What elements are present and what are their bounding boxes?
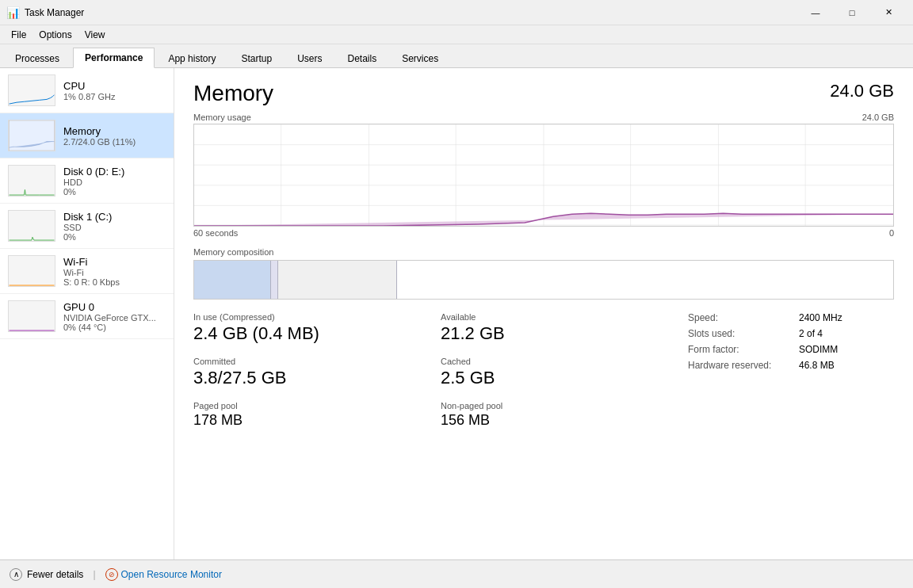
menubar: File Options View <box>0 25 913 44</box>
chevron-up-icon: ∧ <box>10 568 22 581</box>
svg-rect-4 <box>10 211 55 241</box>
form-factor-label: Form factor: <box>688 344 799 355</box>
tab-startup[interactable]: Startup <box>229 48 284 68</box>
comp-in-use <box>194 261 271 299</box>
footer-divider: | <box>93 569 95 580</box>
gpu0-thumbnail <box>8 300 55 332</box>
cpu-mini-chart <box>9 75 55 105</box>
sidebar-item-disk0[interactable]: Disk 0 (D: E:) HDD 0% <box>0 158 174 204</box>
tab-services[interactable]: Services <box>390 48 450 68</box>
stat-row-hw-reserved: Hardware reserved: 46.8 MB <box>688 360 894 371</box>
open-resource-monitor-button[interactable]: ⊘ Open Resource Monitor <box>105 568 222 581</box>
disk0-stat: 0% <box>63 187 124 197</box>
memory-stat: 2.7/24.0 GB (11%) <box>63 137 136 147</box>
chart-time-label: 60 seconds <box>193 228 238 238</box>
memory-name: Memory <box>63 125 136 137</box>
wifi-type: Wi-Fi <box>63 268 120 277</box>
main-area: CPU 1% 0.87 GHz Memory 2.7/24.0 GB (11%) <box>0 68 913 559</box>
menu-file[interactable]: File <box>5 28 32 42</box>
disk0-info: Disk 0 (D: E:) HDD 0% <box>63 166 124 197</box>
footer: ∧ Fewer details | ⊘ Open Resource Monito… <box>0 559 913 588</box>
chart-label-row: Memory usage 24.0 GB <box>193 113 894 122</box>
disk1-info: Disk 1 (C:) SSD 0% <box>63 211 112 242</box>
disk0-thumbnail <box>8 165 55 197</box>
titlebar-controls: — □ ✕ <box>797 0 907 25</box>
menu-options[interactable]: Options <box>32 28 78 42</box>
wifi-mini-chart <box>9 256 55 286</box>
maximize-button[interactable]: □ <box>834 0 870 25</box>
stat-nonpaged-pool-value: 156 MB <box>441 412 672 429</box>
memory-total: 24.0 GB <box>830 81 894 101</box>
stat-committed-label: Committed <box>193 357 425 366</box>
svg-rect-5 <box>10 256 55 286</box>
memory-chart-svg <box>194 124 893 226</box>
menu-view[interactable]: View <box>78 28 112 42</box>
content-header: Memory 24.0 GB <box>193 81 894 106</box>
wifi-stat: S: 0 R: 0 Kbps <box>63 277 120 287</box>
stat-committed-value: 3.8/27.5 GB <box>193 368 425 388</box>
stat-available-value: 21.2 GB <box>441 323 672 344</box>
fewer-details-label: Fewer details <box>27 569 83 580</box>
stat-committed: Committed 3.8/27.5 GB <box>193 357 425 388</box>
memory-usage-section: Memory usage 24.0 GB <box>193 113 894 238</box>
memory-thumbnail <box>8 120 55 151</box>
composition-label: Memory composition <box>193 247 894 257</box>
composition-section: Memory composition <box>193 247 894 300</box>
stats-right: Speed: 2400 MHz Slots used: 2 of 4 Form … <box>672 312 894 429</box>
gpu0-model: NVIDIA GeForce GTX... <box>63 313 156 323</box>
form-factor-value: SODIMM <box>799 344 838 355</box>
resource-monitor-icon: ⊘ <box>105 568 118 581</box>
stat-row-form-factor: Form factor: SODIMM <box>688 344 894 355</box>
titlebar: 📊 Task Manager — □ ✕ <box>0 0 913 25</box>
content-panel: Memory 24.0 GB Memory usage 24.0 GB <box>174 68 913 559</box>
svg-rect-6 <box>10 301 55 331</box>
disk0-name: Disk 0 (D: E:) <box>63 166 124 178</box>
wifi-name: Wi-Fi <box>63 256 120 268</box>
disk1-mini-chart <box>9 211 55 241</box>
close-button[interactable]: ✕ <box>870 0 907 25</box>
svg-rect-3 <box>10 166 55 196</box>
hw-reserved-value: 46.8 MB <box>799 360 835 371</box>
tab-details[interactable]: Details <box>335 48 388 68</box>
sidebar-item-gpu0[interactable]: GPU 0 NVIDIA GeForce GTX... 0% (44 °C) <box>0 294 174 339</box>
sidebar-item-disk1[interactable]: Disk 1 (C:) SSD 0% <box>0 204 174 249</box>
stat-row-slots: Slots used: 2 of 4 <box>688 328 894 339</box>
tab-app-history[interactable]: App history <box>156 48 227 68</box>
fewer-details-button[interactable]: ∧ Fewer details <box>10 568 83 581</box>
stats-left: In use (Compressed) 2.4 GB (0.4 MB) Avai… <box>193 312 672 429</box>
tab-processes[interactable]: Processes <box>3 48 71 68</box>
disk1-stat: 0% <box>63 232 112 242</box>
chart-min-label: 0 <box>889 228 894 238</box>
disk0-type: HDD <box>63 178 124 187</box>
cpu-thumbnail <box>8 74 55 106</box>
minimize-button[interactable]: — <box>797 0 834 25</box>
tab-users[interactable]: Users <box>285 48 334 68</box>
page-title: Memory <box>193 81 273 106</box>
stat-in-use-label: In use (Compressed) <box>193 312 425 322</box>
chart-bottom-row: 60 seconds 0 <box>193 228 894 238</box>
tabbar: Processes Performance App history Startu… <box>0 44 913 68</box>
cpu-info: CPU 1% 0.87 GHz <box>63 80 115 101</box>
speed-value: 2400 MHz <box>799 312 842 323</box>
sidebar-item-memory[interactable]: Memory 2.7/24.0 GB (11%) <box>0 113 174 158</box>
disk0-mini-chart <box>9 166 55 196</box>
stats-area: In use (Compressed) 2.4 GB (0.4 MB) Avai… <box>193 312 894 429</box>
wifi-thumbnail <box>8 255 55 287</box>
gpu0-info: GPU 0 NVIDIA GeForce GTX... 0% (44 °C) <box>63 301 156 332</box>
stat-available: Available 21.2 GB <box>441 312 672 344</box>
comp-modified <box>271 261 278 299</box>
disk1-type: SSD <box>63 223 112 232</box>
slots-label: Slots used: <box>688 328 799 339</box>
sidebar-item-cpu[interactable]: CPU 1% 0.87 GHz <box>0 68 174 113</box>
tab-performance[interactable]: Performance <box>73 48 155 68</box>
stat-paged-pool-value: 178 MB <box>193 412 425 429</box>
stat-paged-pool: Paged pool 178 MB <box>193 401 425 429</box>
comp-free <box>397 261 893 299</box>
memory-chart-container <box>193 124 894 227</box>
titlebar-title: Task Manager <box>25 7 84 18</box>
disk1-thumbnail <box>8 210 55 242</box>
cpu-name: CPU <box>63 80 115 92</box>
stat-in-use: In use (Compressed) 2.4 GB (0.4 MB) <box>193 312 425 344</box>
sidebar-item-wifi[interactable]: Wi-Fi Wi-Fi S: 0 R: 0 Kbps <box>0 249 174 294</box>
memory-mini-chart <box>9 120 55 151</box>
